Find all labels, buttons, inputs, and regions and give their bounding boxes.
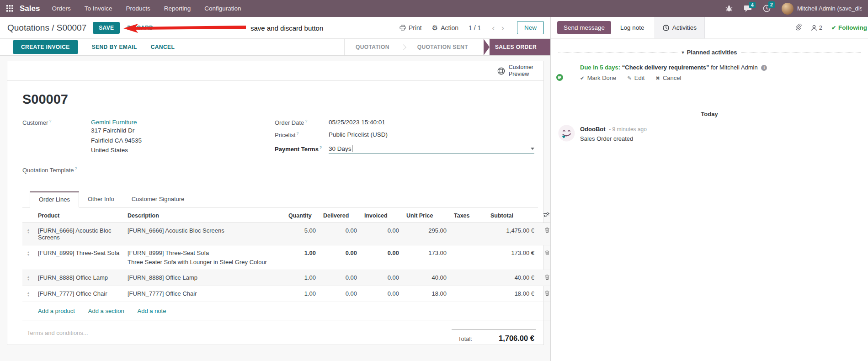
state-quotation-sent[interactable]: QUOTATION SENT bbox=[406, 39, 479, 55]
payment-terms-input[interactable]: 30 Days bbox=[329, 145, 534, 154]
cell-description[interactable]: [FURN_7777] Office Chair bbox=[124, 286, 285, 302]
delete-row-icon[interactable] bbox=[544, 227, 550, 234]
app-name[interactable]: Sales bbox=[20, 4, 40, 13]
cell-description[interactable]: [FURN_8999] Three-Seat Sofa Three Seater… bbox=[124, 245, 285, 270]
cell-delivered[interactable]: 0.00 bbox=[320, 286, 361, 302]
quotation-template-label: Quotation Template? bbox=[22, 166, 91, 174]
planned-activities-toggle[interactable]: ▾ Planned activities bbox=[682, 49, 737, 56]
edit-activity-button[interactable]: ✎ Edit bbox=[627, 74, 644, 81]
state-quotation[interactable]: QUOTATION bbox=[345, 39, 400, 55]
action-button[interactable]: ⚙ Action bbox=[432, 24, 458, 32]
cell-invoiced[interactable]: 0.00 bbox=[361, 270, 403, 286]
log-note-button[interactable]: Log note bbox=[620, 24, 644, 31]
send-by-email-button[interactable]: SEND BY EMAIL bbox=[92, 44, 137, 50]
cell-taxes[interactable] bbox=[450, 223, 487, 245]
preview-label-line1: Customer bbox=[509, 64, 533, 70]
menu-orders[interactable]: Orders bbox=[52, 5, 70, 12]
mark-done-button[interactable]: ✔ Mark Done bbox=[580, 74, 616, 81]
tab-other-info[interactable]: Other Info bbox=[79, 191, 123, 207]
pager-prev-icon[interactable]: ‹ bbox=[491, 23, 495, 32]
customer-preview-button[interactable]: Customer Preview bbox=[497, 64, 533, 78]
col-subtotal: Subtotal bbox=[487, 207, 538, 223]
create-invoice-button[interactable]: CREATE INVOICE bbox=[13, 40, 78, 54]
cell-delivered[interactable]: 0.00 bbox=[320, 245, 361, 270]
cell-unit-price[interactable]: 173.00 bbox=[403, 245, 450, 270]
attach-files-button[interactable] bbox=[795, 23, 802, 32]
pricelist-field[interactable]: Public Pricelist (USD) bbox=[329, 131, 388, 138]
payment-terms-label: Payment Terms? bbox=[275, 145, 329, 154]
user-avatar bbox=[782, 3, 793, 15]
user-menu[interactable]: Mitchell Admin (save_discar bbox=[782, 3, 862, 15]
help-mark: ? bbox=[49, 119, 51, 123]
new-button[interactable]: New bbox=[517, 21, 544, 34]
menu-configuration[interactable]: Configuration bbox=[204, 5, 241, 12]
add-note-link[interactable]: Add a note bbox=[138, 308, 166, 314]
cell-invoiced[interactable]: 0.00 bbox=[361, 245, 403, 270]
cell-description[interactable]: [FURN_6666] Acoustic Bloc Screens bbox=[124, 223, 285, 245]
drag-handle-icon[interactable]: ▴▾ bbox=[26, 274, 31, 281]
messages-icon[interactable]: 4 bbox=[744, 5, 752, 12]
cell-quantity[interactable]: 1.00 bbox=[285, 270, 320, 286]
breadcrumb[interactable]: Quotations / S00007 bbox=[7, 23, 86, 33]
chatter-panel: Send message Log note Activities 2 bbox=[550, 17, 868, 361]
save-button[interactable]: SAVE bbox=[93, 22, 120, 34]
print-button[interactable]: Print bbox=[399, 24, 422, 32]
menu-to-invoice[interactable]: To Invoice bbox=[85, 5, 112, 12]
cell-unit-price[interactable]: 295.00 bbox=[403, 223, 450, 245]
menu-products[interactable]: Products bbox=[126, 5, 150, 12]
cell-invoiced[interactable]: 0.00 bbox=[361, 286, 403, 302]
status-bar: CREATE INVOICE SEND BY EMAIL CANCEL QUOT… bbox=[0, 39, 550, 56]
tab-order-lines[interactable]: Order Lines bbox=[30, 191, 79, 207]
cell-unit-price[interactable]: 18.00 bbox=[403, 286, 450, 302]
cell-description[interactable]: [FURN_8888] Office Lamp bbox=[124, 270, 285, 286]
odoo-sales-quotation-screen: { "nav": { "app_name": "Sales", "menus":… bbox=[0, 0, 868, 361]
activities-button[interactable]: Activities bbox=[655, 17, 705, 38]
send-message-button[interactable]: Send message bbox=[557, 21, 611, 34]
info-icon[interactable]: i bbox=[761, 65, 767, 71]
messages-count-badge[interactable]: 4 bbox=[749, 2, 756, 9]
followers-button[interactable]: 2 bbox=[811, 24, 822, 31]
pager-next-icon[interactable]: › bbox=[501, 23, 505, 32]
check-icon: ✔ bbox=[580, 75, 585, 81]
state-sales-order[interactable]: SALES ORDER bbox=[484, 39, 550, 55]
cell-taxes[interactable] bbox=[450, 270, 487, 286]
terms-and-conditions-placeholder[interactable]: Terms and conditions... bbox=[27, 329, 88, 343]
drag-handle-icon[interactable]: ▴▾ bbox=[26, 250, 31, 256]
following-button[interactable]: ✔ Following bbox=[831, 24, 867, 31]
activity-due: Due in 5 days: bbox=[580, 64, 620, 71]
delete-row-icon[interactable] bbox=[544, 250, 550, 257]
cell-taxes[interactable] bbox=[450, 245, 487, 270]
tab-customer-signature[interactable]: Customer Signature bbox=[123, 191, 193, 207]
drag-handle-icon[interactable]: ▴▾ bbox=[26, 290, 31, 297]
cell-invoiced[interactable]: 0.00 bbox=[361, 223, 403, 245]
debug-bug-icon[interactable] bbox=[725, 5, 733, 12]
drag-handle-icon[interactable]: ▴▾ bbox=[26, 227, 31, 234]
order-date-field[interactable]: 05/25/2023 15:40:01 bbox=[329, 119, 385, 126]
state-sales-order-label: SALES ORDER bbox=[490, 39, 550, 55]
cell-product[interactable]: [FURN_6666] Acoustic Bloc Screens bbox=[34, 223, 124, 245]
activities-count-badge[interactable]: 2 bbox=[768, 1, 775, 8]
add-product-link[interactable]: Add a product bbox=[38, 308, 75, 314]
menu-reporting[interactable]: Reporting bbox=[164, 5, 191, 12]
delete-row-icon[interactable] bbox=[544, 290, 550, 297]
planned-activities-divider: ▾ Planned activities bbox=[558, 49, 861, 56]
activities-clock-icon[interactable]: 2 bbox=[763, 5, 771, 12]
cell-quantity[interactable]: 1.00 bbox=[285, 286, 320, 302]
cell-product[interactable]: [FURN_8888] Office Lamp bbox=[34, 270, 124, 286]
annotation-red-arrow bbox=[122, 23, 247, 33]
customer-link[interactable]: Gemini Furniture bbox=[91, 119, 137, 126]
delete-row-icon[interactable] bbox=[544, 274, 550, 281]
cell-unit-price[interactable]: 40.00 bbox=[403, 270, 450, 286]
cell-delivered[interactable]: 0.00 bbox=[320, 223, 361, 245]
add-section-link[interactable]: Add a section bbox=[88, 308, 124, 314]
cell-taxes[interactable] bbox=[450, 286, 487, 302]
cell-product[interactable]: [FURN_8999] Three-Seat Sofa bbox=[34, 245, 124, 270]
cell-delivered[interactable]: 0.00 bbox=[320, 270, 361, 286]
cell-quantity[interactable]: 5.00 bbox=[285, 223, 320, 245]
cell-product[interactable]: [FURN_7777] Office Chair bbox=[34, 286, 124, 302]
dropdown-caret-icon bbox=[531, 148, 534, 150]
apps-grid-icon[interactable] bbox=[6, 5, 13, 12]
cell-quantity[interactable]: 1.00 bbox=[285, 245, 320, 270]
cancel-button[interactable]: CANCEL bbox=[151, 44, 175, 50]
cancel-activity-button[interactable]: ✖ Cancel bbox=[655, 74, 681, 81]
